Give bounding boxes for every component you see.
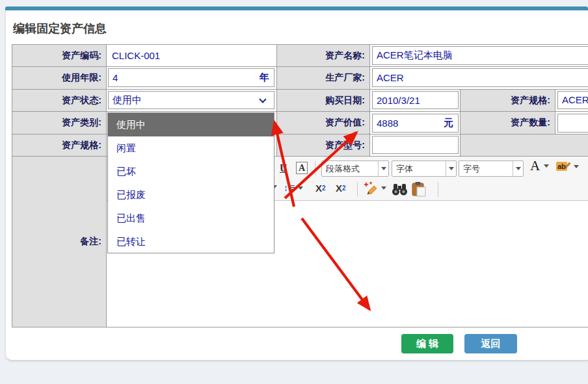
label-asset-code: 资产编码: — [12, 44, 107, 67]
asset-name-field — [372, 46, 588, 65]
toolbar-separator — [357, 183, 358, 197]
highlight-color-icon[interactable]: ab — [556, 162, 579, 171]
combo-caret-icon[interactable] — [446, 161, 456, 176]
purchase-date-field — [372, 91, 459, 109]
accent-bar — [5, 6, 588, 10]
label-manufacturer: 生产厂家: — [276, 66, 370, 90]
asset-value-field: 元 — [372, 114, 459, 133]
dropdown-option-transferred[interactable]: 已转让 — [108, 230, 274, 253]
asset-name-input[interactable] — [373, 47, 588, 64]
find-binoculars-icon[interactable] — [392, 183, 408, 196]
subscript-icon[interactable]: X2 — [336, 183, 346, 194]
asset-quantity-input[interactable] — [558, 114, 588, 132]
asset-quantity-field — [557, 114, 588, 133]
toolbar-separator — [315, 161, 315, 175]
purchase-date-input[interactable] — [373, 92, 458, 109]
page-title: 编辑固定资产信息 — [13, 21, 107, 36]
asset-value-suffix: 元 — [444, 117, 458, 129]
asset-model-field — [372, 136, 459, 154]
label-asset-value: 资产价值: — [276, 111, 370, 134]
label-asset-category: 资产类别: — [12, 111, 107, 134]
cell-asset-code: CLICK-001 — [106, 44, 277, 67]
label-remark: 备注: — [12, 156, 107, 327]
paragraph-format-combo[interactable]: 段落格式 — [321, 160, 389, 177]
font-family-combo[interactable]: 字体 — [392, 160, 457, 177]
dropdown-option-idle[interactable]: 闲置 — [108, 136, 274, 160]
asset-model-input[interactable] — [373, 136, 458, 153]
dropdown-option-sold[interactable]: 已出售 — [108, 207, 274, 230]
label-service-life: 使用年限: — [12, 66, 107, 90]
asset-status-select[interactable]: 使用中 — [108, 91, 274, 109]
manufacturer-input[interactable] — [373, 69, 588, 86]
page: 编辑固定资产信息 资产编码: 使用年限: 资产状态: 资产类别: 资产规格: 备… — [0, 0, 588, 384]
toolbar-separator — [438, 183, 438, 197]
dropdown-option-scrapped[interactable]: 已报废 — [108, 183, 274, 207]
dropdown-option-in-use[interactable]: 使用中 — [108, 113, 274, 136]
filler-cell — [460, 134, 588, 157]
label-purchase-date: 购买日期: — [276, 89, 370, 112]
asset-spec-right-field — [557, 91, 588, 109]
back-button[interactable]: 返回 — [464, 334, 517, 353]
superscript-icon[interactable]: X2 — [315, 183, 326, 194]
asset-status-dropdown: 使用中 闲置 已坏 已报废 已出售 已转让 — [107, 112, 274, 253]
font-size-combo[interactable]: 字号 — [459, 160, 524, 177]
service-life-field: 年 — [108, 68, 274, 87]
asset-spec-right-input[interactable] — [558, 92, 588, 109]
service-life-suffix: 年 — [260, 71, 274, 84]
label-asset-model: 资产型号: — [276, 134, 370, 157]
label-asset-spec-right: 资产规格: — [460, 89, 555, 112]
label-asset-name: 资产名称: — [276, 44, 370, 67]
edit-button[interactable]: 编 辑 — [401, 334, 453, 353]
underline-icon[interactable]: U — [280, 162, 287, 174]
asset-value-input[interactable] — [373, 114, 444, 132]
asset-status-selected-value: 使用中 — [109, 94, 142, 107]
chevron-down-icon[interactable] — [259, 96, 266, 103]
line-height-icon[interactable]: ↕ ≡ — [284, 182, 303, 194]
paste-clipboard-icon[interactable] — [411, 181, 427, 197]
asset-code-value: CLICK-001 — [107, 50, 160, 61]
label-asset-quantity: 资产数量: — [460, 111, 555, 134]
label-asset-status: 资产状态: — [12, 89, 107, 112]
manufacturer-field — [372, 68, 588, 87]
font-frame-icon[interactable]: A — [296, 162, 308, 174]
combo-caret-icon[interactable] — [513, 161, 523, 176]
combo-caret-icon[interactable] — [378, 161, 388, 176]
font-color-icon[interactable]: A — [530, 159, 549, 173]
format-wand-icon[interactable] — [363, 181, 386, 196]
label-asset-spec-left: 资产规格: — [12, 134, 107, 157]
dropdown-option-broken[interactable]: 已坏 — [108, 160, 274, 183]
service-life-input[interactable] — [109, 69, 260, 86]
